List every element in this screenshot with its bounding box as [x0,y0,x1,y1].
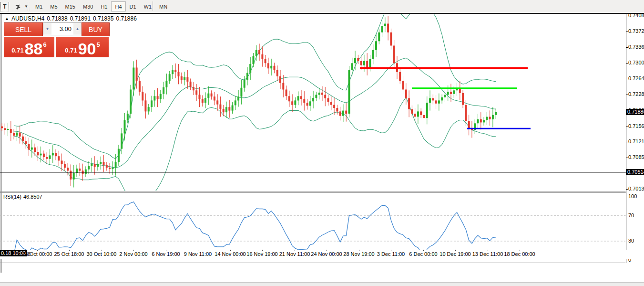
chart-title: ▲ AUDUSD,H4 0.71838 0.71891 0.71835 0.71… [5,15,137,22]
candle-body [34,148,36,152]
candle-body [190,82,192,87]
candle-body [274,66,276,70]
candle-body [408,98,410,109]
candle-body [294,100,296,105]
timeframe-button-h1[interactable]: H1 [97,1,111,11]
one-click-trading-panel: SELL ▼ ▲ BUY 0.71 88 6 0.71 90 5 [4,22,109,57]
timeframe-button-m5[interactable]: M5 [46,1,61,11]
candle-body [88,166,90,169]
timeframe-button-m30[interactable]: M30 [79,1,97,11]
sell-price-prefix: 0.71 [11,47,23,54]
candle-body [300,96,302,99]
panel-separator[interactable] [0,191,626,191]
candle-body [420,111,422,115]
candle-body [315,95,317,98]
candle-body [351,63,353,70]
candle-body [97,164,99,167]
candle-body [258,50,260,54]
candle-body [193,87,194,90]
candle-body [282,83,284,90]
price-axis-label: 0.71560 [628,123,644,129]
buy-price[interactable]: 0.71 90 5 [56,37,109,57]
candle-body [133,68,134,90]
candle-body [58,156,60,160]
buy-button[interactable]: BUY [82,22,110,36]
volume-input[interactable] [51,23,73,35]
timeframe-button-mn[interactable]: MN [155,1,171,11]
candle-body [244,80,245,88]
bottom-strip [0,282,644,286]
candle-body [52,153,54,156]
timeframe-button-m15[interactable]: M15 [61,1,79,11]
candle-body [61,160,63,164]
volume-decrease-button[interactable]: ▼ [43,23,51,35]
candle-body [237,96,239,100]
candle-body [178,72,180,76]
candle-body [225,107,227,112]
candle-body [25,141,27,144]
text-tool-icon[interactable]: T [0,2,9,11]
price-axis-border [626,14,626,263]
candle-body [459,88,461,93]
candle-body [249,64,251,73]
buy-price-prefix: 0.71 [65,47,77,54]
price-axis-label: 0.74080 [628,12,644,18]
candle-body [19,133,21,137]
timeframe-button-m1[interactable]: M1 [31,1,46,11]
candle-body [91,164,92,166]
candle-body [267,63,269,68]
candle-body [495,112,497,115]
candle-body [181,76,183,80]
candle-body [486,117,488,120]
candle-body [207,94,209,98]
timeframe-button-h4[interactable]: H4 [111,1,125,11]
ohlc-close: 0.71886 [116,15,136,22]
candle-body [369,59,371,67]
level-price-badge: 0.70514 [626,169,644,175]
candle-body [261,54,263,59]
candle-body [151,100,153,107]
candle-body [199,95,201,99]
chart-window[interactable]: ▲ AUDUSD,H4 0.71838 0.71891 0.71835 0.71… [0,14,644,273]
toolbar-separator [153,1,153,11]
rsi-axis-label: 30 [628,238,634,244]
candle-body [100,162,102,164]
current-price-badge: 0.71886 [626,109,644,115]
candle-body [157,96,159,99]
price-axis-label: 0.72640 [628,75,644,81]
candle-body [195,90,197,95]
rsi-indicator-label: RSI(14) 46.8507 [3,194,42,200]
candle-body [43,154,45,157]
candle-body [186,77,188,82]
candle-body [136,68,138,81]
arrows-tool-icon[interactable] [12,2,24,11]
candle-body [265,59,266,63]
candle-body [240,88,242,96]
candle-body [321,93,323,95]
candle-body [115,162,117,168]
panel-separator-inner [0,192,626,193]
candle-body [372,50,374,59]
candle-body [211,94,213,96]
volume-increase-button[interactable]: ▲ [73,23,82,35]
candle-body [483,120,485,123]
toolbar-grip[interactable] [28,2,30,11]
candle-body [67,168,69,170]
candle-body [216,100,218,104]
bollinger-band-middle [14,58,496,168]
ohlc-low: 0.71835 [93,15,113,22]
candle-body [64,164,66,168]
candle-body [219,105,221,109]
candle-body [435,100,437,103]
sell-price[interactable]: 0.71 88 6 [4,37,54,57]
candle-body [384,24,386,26]
sell-button[interactable]: SELL [4,22,43,36]
candle-body [10,129,12,133]
sell-price-sup: 6 [43,41,46,48]
timeframe-button-d1[interactable]: D1 [126,1,140,11]
candle-body [423,115,425,118]
candle-body [85,169,87,174]
timeframe-button-w1[interactable]: W1 [140,1,156,11]
panel-collapse-icon[interactable]: ▲ [5,16,9,21]
candle-body [256,50,257,56]
